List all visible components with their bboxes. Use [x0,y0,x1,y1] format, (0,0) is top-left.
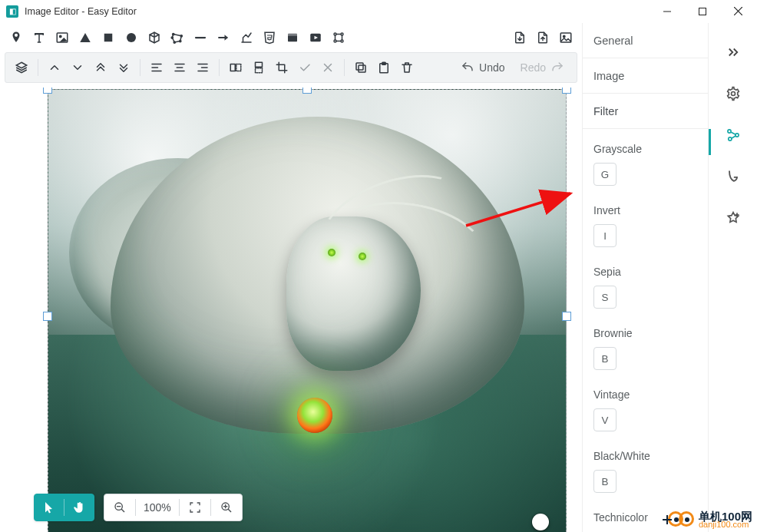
flip-v-icon[interactable] [247,56,270,79]
video-icon[interactable] [304,26,327,49]
tab-general[interactable]: General [583,23,708,58]
svg-point-5 [60,35,61,37]
filter-toggle-4[interactable]: V [593,408,617,431]
window-title: Image Editor - Easy Editor [25,6,137,17]
image-placeholder-icon[interactable] [554,26,577,49]
circle-icon[interactable] [120,26,143,49]
redo-button[interactable]: Redo [513,56,572,79]
filter-toggle-1[interactable]: I [593,224,617,247]
right-rail [708,23,757,532]
filter-toggle-2[interactable]: S [593,286,617,309]
svg-point-49 [731,92,735,96]
copy-icon[interactable] [349,56,372,79]
filter-label-1: Invert [593,204,697,216]
svg-point-52 [728,137,731,140]
double-chevron-up-icon[interactable] [89,56,112,79]
close-icon[interactable] [316,56,339,79]
tab-image[interactable]: Image [583,58,708,94]
undo-button[interactable]: Undo [453,56,512,79]
align-left-icon[interactable] [145,56,168,79]
section-icon[interactable] [281,26,304,49]
svg-point-50 [727,130,730,133]
tab-filter[interactable]: Filter [583,94,708,129]
svg-line-46 [228,509,231,512]
tool-mode-switch[interactable] [34,494,94,521]
crop-icon[interactable] [270,56,293,79]
undo-label: Undo [479,61,504,74]
window-titlebar: ◧ Image Editor - Easy Editor [0,0,757,23]
filter-label-5: Black/White [593,450,697,462]
zoom-in-button[interactable] [211,501,242,514]
filter-label-3: Brownie [593,327,697,339]
zoom-level: 100% [136,501,179,514]
align-right-icon[interactable] [191,56,214,79]
flip-h-icon[interactable] [224,56,247,79]
cube-icon[interactable] [143,26,166,49]
canvas-image-selection[interactable] [48,89,567,532]
line-icon[interactable] [189,26,212,49]
resize-handle-tl[interactable] [43,88,52,94]
zoom-control: 100% [104,494,243,521]
hand-tool-icon[interactable] [64,494,94,520]
resize-handle-tm[interactable] [302,88,312,94]
pointer-tool-icon[interactable] [35,494,64,520]
chevron-down-icon[interactable] [66,56,89,79]
svg-rect-6 [104,34,113,42]
file-down-icon[interactable] [508,26,531,49]
filter-toggle-0[interactable]: G [593,163,617,186]
svg-rect-37 [359,65,365,72]
check-icon[interactable] [293,56,316,79]
triangle-icon[interactable] [74,26,97,49]
toolbar-insert [0,23,582,52]
trash-icon[interactable] [395,56,418,79]
svg-rect-1 [699,8,706,15]
chart-icon[interactable] [235,26,258,49]
svg-rect-38 [356,63,363,70]
svg-point-23 [564,35,565,37]
layers-icon[interactable] [10,56,33,79]
file-up-icon[interactable] [531,26,554,49]
svg-rect-33 [230,64,235,71]
image-icon[interactable] [51,26,74,49]
chevron-up-icon[interactable] [43,56,66,79]
rail-tune-icon[interactable] [718,120,749,150]
html-icon[interactable] [258,26,281,49]
canvas-viewport[interactable]: 100% [0,88,582,532]
canvas-status-bar: 100% [34,494,243,521]
text-icon[interactable] [28,26,51,49]
svg-line-43 [121,509,124,512]
paste-icon[interactable] [372,56,395,79]
resize-handle-tr[interactable] [562,88,571,94]
editor-main: UndoRedo [0,23,582,532]
zoom-out-button[interactable] [104,501,135,514]
svg-rect-16 [288,34,297,36]
toolbar-edit: UndoRedo [5,52,577,83]
pin-icon[interactable] [5,26,28,49]
svg-point-51 [735,134,738,137]
window-minimize-button[interactable] [650,0,685,23]
filter-toggle-3[interactable]: B [593,347,617,370]
svg-rect-36 [256,68,263,73]
rotation-anchor[interactable] [532,514,549,530]
filter-label-4: Vintage [593,388,697,401]
rail-settings-icon[interactable] [718,78,749,109]
resize-handle-ml[interactable] [43,312,52,321]
svg-point-12 [171,37,173,38]
arrow-icon[interactable] [212,26,235,49]
rail-star-icon[interactable] [718,203,749,233]
artwork-dragon [48,90,566,532]
square-icon[interactable] [97,26,120,49]
polygon-icon[interactable] [166,26,189,49]
expand-rail-button[interactable] [718,37,749,68]
double-chevron-down-icon[interactable] [112,56,135,79]
svg-point-7 [127,33,136,42]
filter-label-0: Grayscale [593,143,697,155]
filter-toggle-5[interactable]: B [593,470,617,493]
window-maximize-button[interactable] [685,0,720,23]
fit-screen-button[interactable] [180,501,210,514]
align-center-icon[interactable] [168,56,191,79]
resize-handle-mr[interactable] [562,312,571,321]
nodes-icon[interactable] [327,26,350,49]
window-close-button[interactable] [720,0,755,23]
rail-vine-icon[interactable] [718,161,749,192]
